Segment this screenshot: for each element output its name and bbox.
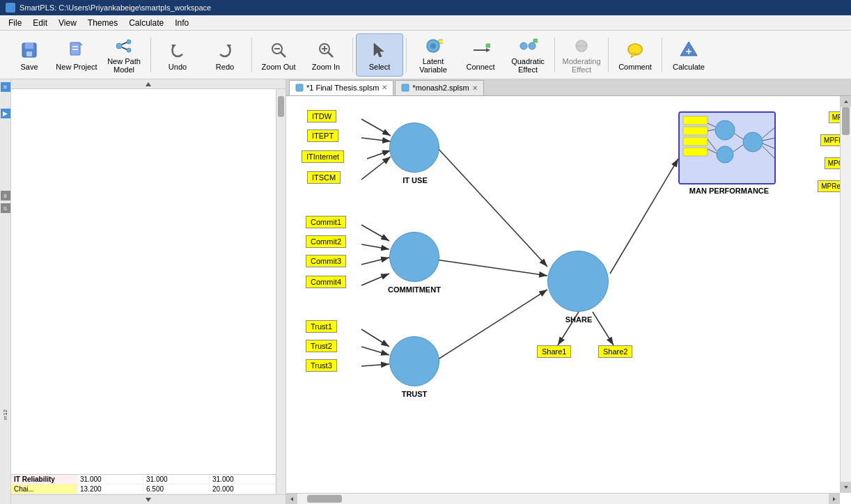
calculate-label: Calculate	[673, 63, 705, 71]
indicator-commit2[interactable]: Commit2	[306, 235, 346, 248]
left-panel-content: IT Reliability 31.000 31.000 31.000 Chai…	[11, 89, 286, 494]
new-project-button[interactable]: New Project	[53, 33, 100, 77]
tab-close-1[interactable]: ✕	[382, 84, 387, 91]
man-performance-inner	[680, 113, 774, 183]
latent-variable-label: Latent Variable	[412, 57, 454, 74]
svg-point-64	[715, 120, 735, 140]
data-cell-2d: 20.000	[210, 485, 276, 494]
indicator-itept[interactable]: ITEPT	[307, 129, 338, 142]
indicator-itscm[interactable]: ITSCM	[307, 171, 341, 184]
tab-close-2[interactable]: ✕	[472, 84, 478, 92]
menu-file[interactable]: File	[3, 17, 27, 29]
construct-trust[interactable]	[389, 336, 439, 386]
indicator-itdw[interactable]: ITDW	[307, 110, 336, 123]
construct-share[interactable]	[547, 251, 609, 312]
canvas-area[interactable]: ITDW ITEPT ITInternet ITSCM IT USE Commi…	[286, 96, 851, 504]
scroll-thumb[interactable]	[278, 96, 284, 117]
left-vertical-text: 12	[2, 409, 8, 416]
vscroll-thumb[interactable]	[842, 107, 850, 135]
new-project-label: New Project	[56, 63, 97, 71]
data-row-2: Chai... 13.200 6.500 20.000	[11, 485, 276, 494]
redo-icon	[214, 39, 236, 61]
canvas-scroll-bottom[interactable]	[286, 493, 840, 504]
svg-rect-62	[683, 137, 708, 145]
svg-line-20	[328, 52, 333, 57]
menu-view[interactable]: View	[53, 17, 82, 29]
man-performance-box[interactable]	[678, 111, 776, 184]
svg-marker-4	[80, 42, 83, 45]
label-commitment: COMMITMENT	[380, 285, 449, 294]
tab-final-thesis[interactable]: *1 Final Thesis.splsm ✕	[289, 80, 393, 95]
left-icon-1[interactable]: ≡	[1, 82, 10, 92]
svg-line-67	[708, 123, 715, 127]
data-cell-1d: 31.000	[210, 475, 276, 484]
menu-themes[interactable]: Themes	[82, 17, 123, 29]
menu-calculate[interactable]: Calculate	[123, 17, 169, 29]
undo-button[interactable]: Undo	[154, 33, 201, 77]
svg-marker-34	[631, 54, 637, 58]
svg-marker-79	[290, 497, 293, 501]
zoom-out-button[interactable]: Zoom Out	[255, 33, 302, 77]
menu-info[interactable]: Info	[169, 17, 194, 29]
svg-rect-3	[70, 42, 80, 55]
left-scrollbar[interactable]	[276, 89, 286, 494]
undo-icon	[166, 39, 189, 61]
svg-rect-2	[26, 52, 32, 56]
left-scroll-down[interactable]	[11, 494, 286, 504]
select-label: Select	[369, 63, 391, 71]
new-path-model-button[interactable]: New Path Model	[100, 33, 148, 77]
indicator-commit1[interactable]: Commit1	[306, 216, 346, 228]
construct-commitment[interactable]	[389, 232, 439, 282]
canvas-scroll-right[interactable]	[840, 96, 851, 493]
indicator-commit4[interactable]: Commit4	[306, 276, 346, 288]
construct-it-use[interactable]	[389, 123, 439, 173]
svg-line-10	[122, 42, 127, 45]
left-icon-3[interactable]: 8	[1, 191, 10, 200]
svg-rect-40	[296, 84, 303, 91]
moderating-effect-button[interactable]: Moderating Effect	[558, 33, 605, 77]
tab-monash2[interactable]: *monash2.splsm ✕	[395, 80, 483, 95]
zoom-in-button[interactable]: Zoom In	[302, 33, 350, 77]
select-button[interactable]: Select	[356, 33, 403, 77]
comment-button[interactable]: Comment	[611, 33, 659, 77]
redo-button[interactable]: Redo	[201, 33, 249, 77]
indicator-share2[interactable]: Share2	[598, 345, 632, 358]
svg-line-48	[361, 244, 389, 249]
latent-variable-button[interactable]: Latent Variable	[409, 33, 457, 77]
connect-icon	[469, 39, 492, 61]
left-icon-2[interactable]: ▶	[1, 109, 10, 118]
quadratic-effect-icon	[517, 36, 539, 56]
indicator-trust1[interactable]: Trust1	[306, 320, 337, 333]
svg-rect-1	[25, 43, 33, 49]
zoom-out-icon	[267, 39, 290, 61]
label-man-performance: MAN PERFORMANCE	[680, 187, 778, 195]
main-area: ≡ ▶ 8 S 12 S IT Reliability 31.000 31.00…	[0, 79, 851, 504]
hscroll-thumb[interactable]	[307, 495, 342, 503]
save-button[interactable]: Save	[6, 33, 53, 77]
indicator-ititernet[interactable]: ITInternet	[302, 150, 344, 163]
left-scroll-up[interactable]	[11, 79, 286, 89]
svg-marker-78	[844, 486, 848, 489]
indicator-share1[interactable]: Share1	[537, 345, 571, 358]
svg-point-8	[127, 40, 131, 44]
man-perf-mini-svg	[680, 113, 776, 172]
toolbar: Save New Project New Path Model Undo Red…	[0, 31, 851, 79]
menu-edit[interactable]: Edit	[27, 17, 53, 29]
indicator-trust3[interactable]: Trust3	[306, 359, 337, 372]
toolbar-sep-4	[406, 38, 407, 72]
data-cell-chai: Chai...	[11, 485, 77, 494]
data-cell-it-reliability: IT Reliability	[11, 475, 77, 484]
svg-line-44	[361, 138, 391, 141]
new-project-icon	[65, 39, 88, 61]
latent-variable-icon	[422, 36, 444, 56]
svg-point-29	[529, 42, 536, 49]
indicator-trust2[interactable]: Trust2	[306, 340, 337, 352]
left-icon-4[interactable]: S	[1, 203, 10, 213]
indicator-commit3[interactable]: Commit3	[306, 255, 346, 267]
connect-button[interactable]: Connect	[457, 33, 504, 77]
label-it-use: IT USE	[384, 176, 446, 184]
toolbar-sep-5	[554, 38, 555, 72]
calculate-button[interactable]: Calculate	[665, 33, 712, 77]
quadratic-effect-button[interactable]: Quadratic Effect	[504, 33, 552, 77]
new-path-model-icon	[113, 36, 135, 56]
